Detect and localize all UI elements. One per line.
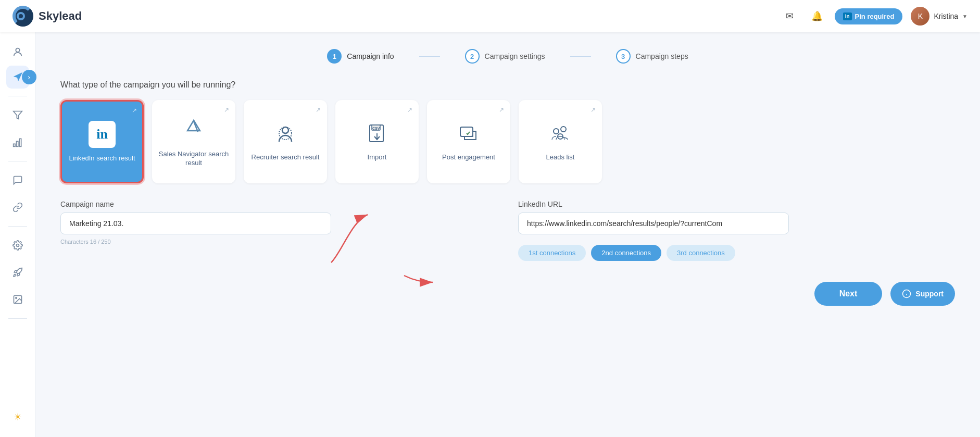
- svg-point-21: [561, 127, 566, 132]
- svg-point-20: [554, 129, 559, 134]
- svg-point-10: [15, 297, 16, 299]
- conn-tag-2nd[interactable]: 2nd connections: [591, 245, 661, 261]
- sidebar-item-media[interactable]: [6, 288, 29, 311]
- user-name: Kristina: [934, 12, 958, 20]
- type-card-sales-navigator-label: Sales Navigator search result: [153, 150, 234, 168]
- avatar: K: [911, 7, 929, 26]
- mail-button[interactable]: ✉: [781, 7, 799, 26]
- sidebar-section-main: ›: [0, 41, 35, 89]
- svg-rect-6: [16, 141, 18, 146]
- sidebar-item-links[interactable]: [6, 196, 29, 219]
- wizard-step-1: 1 Campaign info: [327, 49, 394, 64]
- step-3-circle: 3: [616, 49, 631, 64]
- linkedin-in-icon: in: [89, 121, 116, 148]
- type-card-leads-list-label: Leads list: [546, 153, 575, 162]
- next-button[interactable]: Next: [814, 282, 883, 306]
- sidebar-divider-2: [8, 161, 27, 161]
- external-link-icon-4: ↗: [407, 106, 412, 114]
- leads-list-icon: [549, 122, 572, 147]
- type-card-recruiter[interactable]: ↗ Recruiter search result: [244, 100, 327, 183]
- type-card-recruiter-label: Recruiter search result: [252, 153, 320, 162]
- conn-tag-3rd[interactable]: 3rd connections: [667, 245, 735, 261]
- external-link-icon-3: ↗: [316, 106, 321, 114]
- step-3-label: Campaign steps: [636, 52, 688, 60]
- step-2-circle: 2: [465, 49, 480, 64]
- sidebar-divider-4: [8, 318, 27, 319]
- campaign-name-group: Campaign name Characters 16 / 250: [60, 200, 497, 245]
- form-section: Campaign name Characters 16 / 250 Linked…: [60, 200, 955, 261]
- sun-icon: ☀: [14, 411, 22, 423]
- type-card-import-label: Import: [368, 153, 387, 162]
- svg-marker-4: [13, 111, 22, 119]
- sales-nav-icon: [182, 116, 205, 144]
- connection-tags: 1st connections 2nd connections 3rd conn…: [518, 245, 955, 261]
- svg-point-3: [16, 48, 19, 52]
- external-link-icon-6: ↗: [590, 106, 596, 114]
- type-card-sales-navigator[interactable]: ↗ Sales Navigator search result: [152, 100, 235, 183]
- sidebar-divider-1: [8, 96, 27, 96]
- type-card-post-engagement[interactable]: ↗ Post engagement: [427, 100, 510, 183]
- sidebar-item-filters[interactable]: [6, 104, 29, 127]
- external-link-icon-1: ↗: [132, 107, 137, 114]
- wizard-step-2: 2 Campaign settings: [465, 49, 545, 64]
- svg-rect-5: [13, 144, 15, 146]
- bottom-actions: Next Support: [60, 282, 955, 306]
- wizard-steps: 1 Campaign info 2 Campaign settings 3 Ca…: [60, 49, 955, 64]
- external-link-icon-2: ↗: [224, 106, 229, 114]
- sidebar-item-settings[interactable]: [6, 234, 29, 257]
- sidebar-item-analytics[interactable]: [6, 131, 29, 154]
- external-link-icon-5: ↗: [499, 106, 504, 114]
- linkedin-url-label: LinkedIn URL: [518, 200, 955, 208]
- svg-point-2: [19, 14, 23, 18]
- svg-text:CSV: CSV: [372, 127, 380, 130]
- type-card-post-engagement-label: Post engagement: [442, 153, 495, 162]
- campaign-types: ↗ in LinkedIn search result ↗ Sales Navi…: [60, 100, 955, 183]
- app-name: Skylead: [39, 9, 82, 23]
- svg-rect-19: [460, 127, 473, 136]
- sidebar-item-messages[interactable]: [6, 169, 29, 192]
- step-1-circle: 1: [327, 49, 342, 64]
- sidebar-item-profile[interactable]: [6, 41, 29, 64]
- support-icon: [902, 289, 911, 298]
- wizard-step-3: 3 Campaign steps: [616, 49, 688, 64]
- sidebar-divider-3: [8, 226, 27, 227]
- post-engagement-icon: [457, 122, 480, 147]
- support-button[interactable]: Support: [890, 282, 955, 306]
- type-card-import[interactable]: ↗ CSV Import: [335, 100, 419, 183]
- char-count: Characters 16 / 250: [60, 239, 497, 245]
- recruiter-icon: [274, 122, 297, 147]
- logo-icon: [12, 6, 33, 27]
- type-card-linkedin-search[interactable]: ↗ in LinkedIn search result: [60, 100, 144, 183]
- form-row: Campaign name Characters 16 / 250 Linked…: [60, 200, 955, 261]
- linkedin-url-input[interactable]: [518, 213, 789, 234]
- logo-area: Skylead: [12, 6, 781, 27]
- sidebar-item-campaigns[interactable]: ›: [6, 66, 29, 89]
- step-1-label: Campaign info: [347, 52, 394, 60]
- linkedin-url-group: LinkedIn URL 1st connections 2nd connect…: [518, 200, 955, 261]
- notification-button[interactable]: 🔔: [808, 7, 826, 26]
- top-bar-actions: ✉ 🔔 in Pin required K Kristina ▼: [781, 7, 968, 26]
- sidebar-item-theme[interactable]: ☀: [6, 406, 29, 429]
- campaign-name-input[interactable]: [60, 213, 331, 234]
- sidebar: ›: [0, 32, 35, 437]
- step-separator-1: [419, 56, 440, 57]
- conn-tag-1st[interactable]: 1st connections: [518, 245, 586, 261]
- campaign-type-question: What type of the campaign you will be ru…: [60, 80, 955, 90]
- type-card-leads-list[interactable]: ↗ Leads list: [519, 100, 602, 183]
- campaign-name-label: Campaign name: [60, 200, 497, 208]
- sidebar-item-launch[interactable]: [6, 261, 29, 284]
- linkedin-pin-icon: in: [843, 13, 852, 20]
- step-separator-2: [570, 56, 591, 57]
- user-menu[interactable]: K Kristina ▼: [911, 7, 968, 26]
- svg-point-8: [16, 244, 19, 247]
- step-2-label: Campaign settings: [485, 52, 545, 60]
- chevron-down-icon: ▼: [962, 14, 968, 19]
- type-card-linkedin-search-label: LinkedIn search result: [69, 154, 135, 163]
- content-area: 1 Campaign info 2 Campaign settings 3 Ca…: [35, 32, 980, 437]
- svg-rect-7: [19, 139, 21, 146]
- sidebar-expand-button[interactable]: ›: [22, 70, 36, 84]
- top-bar: Skylead ✉ 🔔 in Pin required K Kristina ▼: [0, 0, 980, 32]
- pin-required-button[interactable]: in Pin required: [835, 8, 903, 24]
- import-icon: CSV: [366, 122, 388, 147]
